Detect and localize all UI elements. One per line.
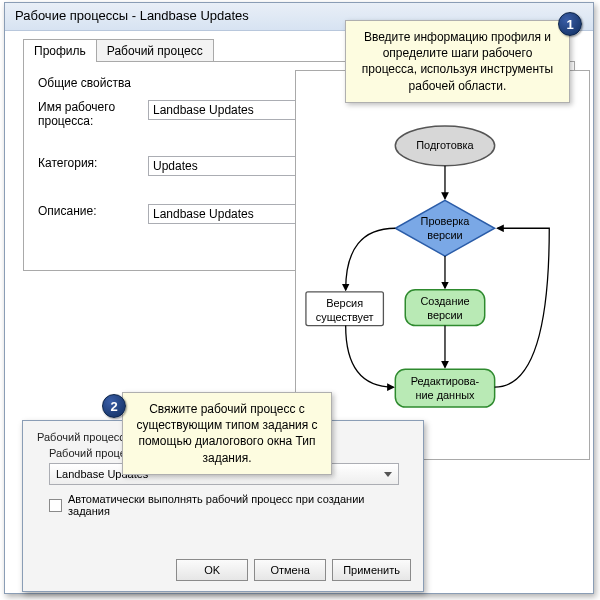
node-prep-label: Подготовка bbox=[416, 139, 474, 151]
auto-run-checkbox[interactable] bbox=[49, 499, 62, 512]
node-edit-l1: Редактирова- bbox=[411, 375, 480, 387]
edge-check-exists bbox=[346, 228, 396, 290]
edge-exists-edit bbox=[346, 326, 394, 388]
flowchart-canvas: Подготовка Проверка версии Создание верс… bbox=[295, 70, 590, 460]
cancel-button-label: Отмена bbox=[270, 564, 309, 576]
node-edit-l2: ние данных bbox=[415, 389, 475, 401]
badge-1-num: 1 bbox=[566, 17, 573, 32]
badge-2-num: 2 bbox=[110, 399, 117, 414]
label-name: Имя рабочего процесса: bbox=[38, 100, 148, 128]
fade-mask bbox=[5, 273, 315, 286]
chevron-down-icon bbox=[380, 466, 396, 482]
label-description: Описание: bbox=[38, 204, 148, 218]
auto-run-row: Автоматически выполнять рабочий процесс … bbox=[49, 493, 409, 517]
callout-1: Введите информацию профиля и определите … bbox=[345, 20, 570, 103]
label-category: Категория: bbox=[38, 156, 148, 170]
ok-button-label: OK bbox=[204, 564, 220, 576]
node-create-l2: версии bbox=[427, 309, 462, 321]
dialog-buttons: OK Отмена Применить bbox=[176, 559, 411, 581]
auto-run-label: Автоматически выполнять рабочий процесс … bbox=[68, 493, 409, 517]
input-name-value: Landbase Updates bbox=[153, 103, 254, 117]
apply-button-label: Применить bbox=[343, 564, 400, 576]
input-category-value: Updates bbox=[153, 159, 198, 173]
badge-1: 1 bbox=[558, 12, 582, 36]
node-check-l1: Проверка bbox=[421, 215, 471, 227]
tab-profile[interactable]: Профиль bbox=[23, 39, 97, 62]
node-check-l2: версии bbox=[427, 229, 462, 241]
badge-2: 2 bbox=[102, 394, 126, 418]
node-exists-l2: существует bbox=[316, 311, 374, 323]
input-description-value: Landbase Updates bbox=[153, 207, 254, 221]
edge-edit-check bbox=[495, 228, 550, 387]
tab-workflow-label: Рабочий процесс bbox=[107, 44, 203, 58]
tab-workflow[interactable]: Рабочий процесс bbox=[96, 39, 214, 62]
callout-1-text: Введите информацию профиля и определите … bbox=[362, 30, 553, 93]
callout-2-text: Свяжите рабочий процесс с существующим т… bbox=[136, 402, 317, 465]
apply-button[interactable]: Применить bbox=[332, 559, 411, 581]
node-create-l1: Создание bbox=[420, 295, 469, 307]
node-exists-l1: Версия bbox=[326, 297, 363, 309]
cancel-button[interactable]: Отмена bbox=[254, 559, 326, 581]
ok-button[interactable]: OK bbox=[176, 559, 248, 581]
callout-2: Свяжите рабочий процесс с существующим т… bbox=[122, 392, 332, 475]
window-title: Рабочие процессы - Landbase Updates bbox=[15, 8, 249, 23]
tab-profile-label: Профиль bbox=[34, 44, 86, 58]
flowchart-svg: Подготовка Проверка версии Создание верс… bbox=[296, 71, 589, 459]
